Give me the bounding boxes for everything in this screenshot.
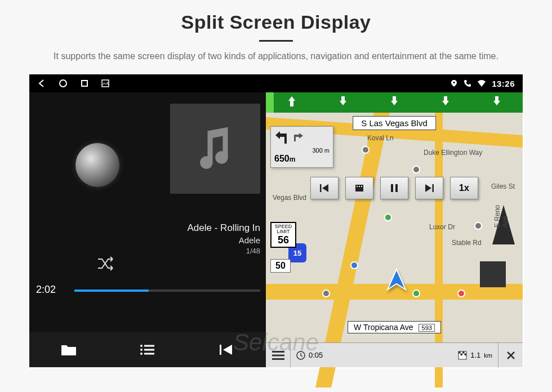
poi-icon[interactable] xyxy=(412,289,420,297)
speed-limit-sign: SPEED LIMIT 56 xyxy=(270,222,296,248)
lane-arrow-icon xyxy=(492,95,502,110)
recent-icon[interactable] xyxy=(80,79,89,88)
poi-icon[interactable] xyxy=(322,289,330,297)
svg-rect-24 xyxy=(458,351,461,354)
svg-rect-17 xyxy=(395,184,398,192)
lane-guidance-bar xyxy=(266,92,523,113)
nav-bottom-bar: 0:05 1.1 km xyxy=(266,342,523,367)
map-media-controls: 1x xyxy=(310,177,478,199)
map-label: Duke Ellington Way xyxy=(424,149,482,157)
player-bottom-bar xyxy=(29,332,266,367)
poi-icon[interactable] xyxy=(457,289,465,297)
svg-rect-13 xyxy=(357,186,358,187)
svg-rect-7 xyxy=(144,349,154,351)
shuffle-icon[interactable] xyxy=(97,256,116,274)
music-pane: Adele - Rolling In Adele 1/48 2:02 xyxy=(29,92,266,367)
track-index: 1/48 xyxy=(188,246,260,256)
svg-rect-14 xyxy=(359,186,360,187)
lane-highlight xyxy=(266,92,274,113)
svg-point-6 xyxy=(140,349,143,351)
track-title: Adele - Rolling In xyxy=(188,222,260,235)
map-label: Vegas Blvd xyxy=(273,194,306,202)
speed-label: 1x xyxy=(459,183,469,193)
dist-value: 1.1 xyxy=(470,351,480,359)
map-label: Luxor Dr xyxy=(429,223,455,231)
phone-icon xyxy=(464,79,471,87)
map-label: Stable Rd xyxy=(452,239,482,247)
page-subtitle: It supports the same screen display of t… xyxy=(54,50,498,63)
elapsed-time: 2:02 xyxy=(36,284,56,296)
speed-limit-label: SPEED LIMIT xyxy=(275,224,292,234)
position-marker-icon xyxy=(384,267,409,294)
track-metadata: Adele - Rolling In Adele 1/48 xyxy=(188,222,260,256)
album-art xyxy=(170,104,260,194)
svg-point-4 xyxy=(140,345,143,347)
location-icon xyxy=(450,79,458,87)
lane-arrow-icon xyxy=(287,95,297,110)
turn-left-icon xyxy=(274,129,290,147)
svg-rect-11 xyxy=(320,184,322,192)
cancel-route-button[interactable] xyxy=(498,343,523,368)
menu-button[interactable] xyxy=(266,343,291,368)
svg-rect-9 xyxy=(144,353,154,355)
svg-rect-26 xyxy=(461,353,463,355)
svg-rect-18 xyxy=(433,184,434,192)
nav-pane: S Las Vegas Blvd 300 m 650m 1x xyxy=(266,92,523,367)
poi-icon[interactable] xyxy=(350,261,358,269)
image-notif-icon[interactable] xyxy=(101,79,109,87)
svg-rect-12 xyxy=(355,185,363,191)
svg-rect-20 xyxy=(272,354,284,356)
clock: 13:26 xyxy=(492,79,515,88)
svg-rect-16 xyxy=(391,184,393,192)
current-speed: 50 xyxy=(270,259,291,273)
clock-icon xyxy=(296,351,305,360)
lane-arrow-icon xyxy=(389,95,399,110)
poi-icon[interactable] xyxy=(474,222,482,230)
svg-rect-21 xyxy=(272,358,284,360)
map-label: E Reno Ave xyxy=(493,198,509,228)
music-note-icon xyxy=(190,123,241,174)
svg-point-8 xyxy=(140,353,143,355)
media-speed-button[interactable]: 1x xyxy=(450,177,478,199)
progress-bar[interactable] xyxy=(74,289,260,292)
eta-value: 0:05 xyxy=(309,351,323,359)
media-prev-button[interactable] xyxy=(310,177,339,199)
svg-rect-1 xyxy=(82,81,87,86)
media-next-button[interactable] xyxy=(415,177,443,199)
current-street-sign: W Tropicana Ave 593 xyxy=(348,321,441,333)
svg-point-3 xyxy=(453,82,455,83)
speed-limit-value: 56 xyxy=(271,235,295,246)
turn-panel: 300 m 650m xyxy=(270,126,333,168)
map-label: Giles St xyxy=(491,182,515,190)
map-label: Koval Ln xyxy=(367,134,394,142)
svg-rect-15 xyxy=(361,186,362,187)
poi-icon[interactable] xyxy=(384,213,392,221)
wifi-icon xyxy=(477,79,486,87)
media-stop-button[interactable] xyxy=(345,177,373,199)
folder-button[interactable] xyxy=(55,343,83,357)
previous-button[interactable] xyxy=(212,343,241,357)
lane-arrow-icon xyxy=(440,95,451,110)
track-artist: Adele xyxy=(188,235,260,246)
back-icon[interactable] xyxy=(37,79,46,88)
dist-unit: km xyxy=(484,352,492,359)
eta-time: 0:05 xyxy=(291,351,328,360)
turn-sub-distance: 300 m xyxy=(312,147,330,154)
flag-icon xyxy=(458,351,467,360)
svg-rect-25 xyxy=(462,351,465,354)
current-street-name: W Tropicana Ave xyxy=(354,323,413,332)
home-icon[interactable] xyxy=(59,79,68,88)
svg-rect-5 xyxy=(144,345,154,347)
turn-main-unit: m xyxy=(290,155,296,163)
device-frame: 13:26 Adele - Rolling In Adele 1/48 xyxy=(29,74,523,367)
turn-right-icon xyxy=(293,132,304,144)
poi-icon[interactable] xyxy=(362,146,370,154)
joystick-control[interactable] xyxy=(75,143,119,187)
remaining-distance: 1.1 km xyxy=(452,351,498,360)
playlist-button[interactable] xyxy=(133,343,162,357)
page-title: Split Screen Display xyxy=(181,11,371,33)
poi-icon[interactable] xyxy=(412,166,420,173)
svg-point-0 xyxy=(60,80,66,87)
progress-fill xyxy=(74,289,149,292)
media-pause-button[interactable] xyxy=(380,177,408,199)
